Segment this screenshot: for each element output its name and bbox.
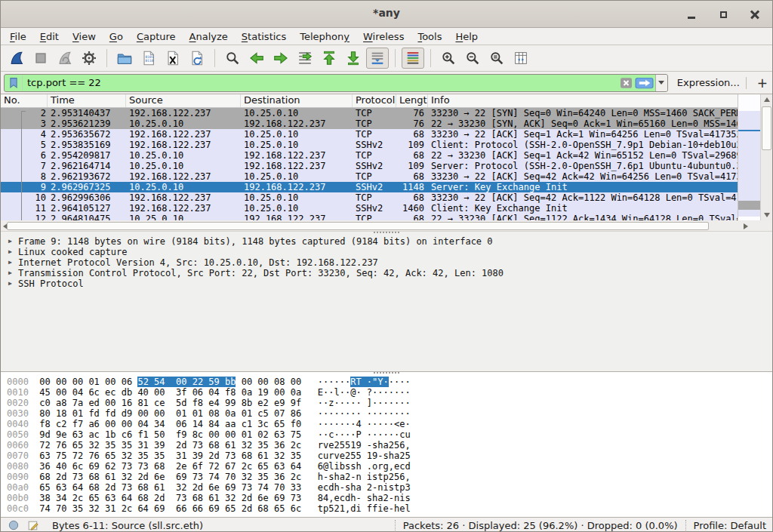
packet-row-3[interactable]: 32.95362123910.25.0.10192.168.122.237TCP…	[1, 118, 760, 129]
menu-wireless[interactable]: Wireless	[356, 29, 411, 44]
go-last-button[interactable]	[342, 48, 365, 69]
horizontal-scroll-thumb[interactable]	[7, 222, 709, 230]
hex-row-0070[interactable]: 0070 63 75 72 76 65 32 35 35 31 39 2d 73…	[1, 451, 772, 461]
filter-apply-button[interactable]	[635, 76, 654, 90]
menu-go[interactable]: Go	[103, 29, 130, 44]
hex-row-0040[interactable]: 0040 f8 c2 f7 a6 00 00 04 34 06 14 84 aa…	[1, 419, 772, 429]
file-open-button[interactable]	[113, 48, 136, 69]
expander-triangle-icon[interactable]: ▶	[6, 257, 18, 268]
maximize-button[interactable]	[716, 8, 730, 21]
hex-row-0060[interactable]: 0060 72 76 65 32 35 35 31 39 2d 73 68 61…	[1, 440, 772, 451]
resize-columns-button[interactable]	[510, 48, 532, 69]
go-first-button[interactable]	[318, 48, 340, 69]
hex-row-0020[interactable]: 0020 c0 a8 7a ed 00 16 81 ce 5d f8 e4 99…	[1, 398, 772, 408]
menu-view[interactable]: View	[66, 29, 103, 44]
hex-row-0030[interactable]: 0030 80 18 01 fd fd d9 00 00 01 01 08 0a…	[1, 408, 772, 419]
menu-analyze[interactable]: Analyze	[183, 29, 235, 44]
expander-triangle-icon[interactable]: ▶	[6, 268, 18, 278]
expert-info-icon[interactable]	[5, 518, 22, 532]
menu-statistics[interactable]: Statistics	[235, 29, 293, 44]
expander-triangle-icon[interactable]: ▶	[6, 278, 18, 289]
packet-row-7[interactable]: 72.96216471410.25.0.10192.168.122.237SSH…	[1, 161, 760, 171]
auto-scroll-button[interactable]	[366, 48, 389, 69]
zoom-original-icon	[488, 50, 505, 66]
hex-row-00a0[interactable]: 00a0 65 63 64 68 2d 73 68 61 32 2d 6e 69…	[1, 482, 772, 493]
file-close-button[interactable]	[162, 48, 184, 69]
packet-row-6[interactable]: 62.95420981710.25.0.10192.168.122.237TCP…	[1, 150, 760, 161]
packet-row-11[interactable]: 112.964105127192.168.122.23710.25.0.10SS…	[1, 203, 760, 214]
zoom-out-button[interactable]	[461, 48, 484, 69]
column-header-protocol[interactable]: Protocol	[353, 94, 396, 107]
packet-row-10[interactable]: 102.962996306192.168.122.23710.25.0.10TC…	[1, 192, 760, 203]
packet-row-2[interactable]: 22.953140437192.168.122.23710.25.0.10TCP…	[1, 108, 760, 118]
auto-scroll-icon	[369, 50, 386, 66]
zoom-original-button[interactable]	[485, 48, 508, 69]
packet-detail-line-2[interactable]: ▶Internet Protocol Version 4, Src: 10.25…	[1, 257, 772, 268]
menu-telephony[interactable]: Telephony	[293, 29, 356, 44]
hex-row-0010[interactable]: 0010 45 00 04 6c ec db 40 00 3f 06 04 f8…	[1, 387, 772, 398]
display-filter-value: tcp.port == 22	[27, 77, 619, 88]
file-reload-button[interactable]	[186, 48, 208, 69]
menu-tools[interactable]: Tools	[411, 29, 448, 44]
status-profile[interactable]: Profile: Default	[694, 520, 766, 531]
close-icon	[750, 10, 759, 19]
packet-row-12[interactable]: 122.96481047510.25.0.10192.168.122.237TC…	[1, 214, 760, 220]
menu-help[interactable]: Help	[448, 29, 485, 44]
go-back-button[interactable]	[245, 48, 268, 69]
find-packet-button[interactable]	[221, 48, 244, 69]
capture-start-button[interactable]	[5, 48, 28, 69]
zoom-in-button[interactable]	[437, 48, 460, 69]
packet-detail-line-3[interactable]: ▶Transmission Control Protocol, Src Port…	[1, 268, 772, 278]
file-save-button[interactable]: 01010110	[137, 48, 160, 69]
packet-list-horizontal-scrollbar[interactable]	[1, 220, 772, 232]
menu-edit[interactable]: Edit	[33, 29, 66, 44]
capture-options-button[interactable]	[78, 48, 100, 69]
go-forward-icon	[273, 50, 289, 66]
column-header-source[interactable]: Source	[126, 94, 241, 107]
column-header-destination[interactable]: Destination	[241, 94, 353, 107]
packet-detail-line-4[interactable]: ▶SSH Protocol	[1, 278, 772, 289]
hex-row-0090[interactable]: 0090 68 2d 73 68 61 32 2d 6e 69 73 74 70…	[1, 472, 772, 482]
capture-comment-icon[interactable]	[25, 518, 42, 532]
hex-row-0050[interactable]: 0050 9d 9e 63 ac 1b c6 f1 50 f9 8c 00 00…	[1, 429, 772, 440]
packet-row-5[interactable]: 52.953835169192.168.122.23710.25.0.10SSH…	[1, 140, 760, 150]
column-header-info[interactable]: Info	[428, 94, 760, 107]
vertical-scroll-thumb[interactable]	[762, 106, 771, 150]
packet-detail-line-1[interactable]: ▶Linux cooked capture	[1, 247, 772, 257]
hex-row-0080[interactable]: 0080 36 40 6c 69 62 73 73 68 2e 6f 72 67…	[1, 461, 772, 472]
go-to-packet-button[interactable]	[294, 48, 316, 69]
menu-capture[interactable]: Capture	[130, 29, 183, 44]
hex-row-0000[interactable]: 0000 00 00 00 01 00 06 52 54 00 22 59 bb…	[1, 377, 772, 387]
packet-row-9[interactable]: 92.96296732510.25.0.10192.168.122.237SSH…	[1, 182, 760, 192]
packet-detail-line-0[interactable]: ▶Frame 9: 1148 bytes on wire (9184 bits)…	[1, 236, 772, 247]
maximize-icon	[720, 11, 727, 18]
scroll-down-arrow[interactable]	[761, 210, 772, 220]
expression-button[interactable]: Expression...	[677, 77, 740, 88]
filter-dropdown-button[interactable]	[655, 75, 667, 91]
colorize-button[interactable]	[402, 48, 424, 69]
packet-row-8[interactable]: 82.962193672192.168.122.23710.25.0.10TCP…	[1, 171, 760, 182]
expander-triangle-icon[interactable]: ▶	[6, 247, 18, 257]
scroll-up-arrow[interactable]	[761, 94, 772, 105]
packet-list-vertical-scrollbar[interactable]	[760, 94, 772, 220]
column-header-time[interactable]: Time	[48, 94, 126, 107]
pane-splitter-handle[interactable]	[374, 232, 399, 233]
packet-row-4[interactable]: 42.953635672192.168.122.23710.25.0.10TCP…	[1, 129, 760, 140]
hex-row-00b0[interactable]: 00b0 38 34 2c 65 63 64 68 2d 73 68 61 32…	[1, 493, 772, 503]
expander-triangle-icon[interactable]: ▶	[6, 236, 18, 247]
bookmark-icon[interactable]	[5, 75, 23, 91]
scroll-right-arrow[interactable]	[744, 223, 748, 229]
filter-clear-button[interactable]	[619, 76, 633, 90]
hex-row-00c0[interactable]: 00c0 74 70 35 32 31 2c 64 69 66 66 69 65…	[1, 503, 772, 514]
window-controls	[685, 1, 762, 28]
display-filter-input[interactable]: tcp.port == 22	[4, 74, 668, 92]
menu-file[interactable]: File	[3, 29, 33, 44]
close-button[interactable]	[748, 8, 762, 21]
go-forward-button[interactable]	[269, 48, 292, 69]
column-header-length[interactable]: Length	[396, 94, 428, 107]
add-filter-button[interactable]: +	[753, 75, 772, 91]
minimize-button[interactable]	[685, 8, 698, 21]
column-header-no[interactable]: No.	[1, 94, 48, 107]
intelligent-scrollbar-minimap[interactable]	[738, 94, 760, 220]
pane-splitter-handle[interactable]	[374, 372, 399, 374]
